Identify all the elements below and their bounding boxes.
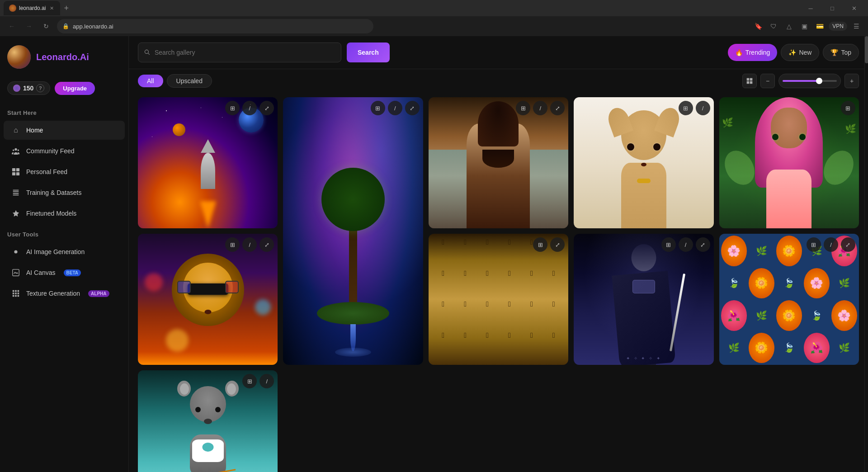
- tab-bar: leonardo.ai ✕ + ─ □ ✕: [0, 0, 868, 16]
- sidebar-item-ai-image-gen[interactable]: AI Image Generation: [4, 242, 125, 261]
- credits-row: 150 ? Upgrade: [0, 78, 128, 102]
- tab-title: leonardo.ai: [19, 5, 46, 11]
- reload-btn[interactable]: ↻: [40, 20, 52, 33]
- sidebar-item-finetuned-models[interactable]: Finetuned Models: [4, 204, 125, 223]
- gallery-card-koala[interactable]: ⊞ /: [138, 370, 278, 472]
- gallery-card-flower-pattern[interactable]: 🌸 🌿 🌼 🌿 🌺 🍃 🌼 🍃 🌸 🌿 🌺 🌿: [719, 234, 859, 365]
- top-btn[interactable]: 🏆 Top: [823, 44, 859, 61]
- sidebar-item-training-datasets[interactable]: Training & Datasets: [4, 183, 125, 202]
- card-action-edit[interactable]: /: [388, 101, 402, 115]
- scrollbar-track[interactable]: [864, 36, 868, 472]
- card-overlay: ⊞ / ⤢: [661, 237, 710, 252]
- zoom-slider[interactable]: [783, 80, 837, 82]
- forward-btn[interactable]: →: [23, 20, 35, 33]
- scrollbar-thumb[interactable]: [865, 36, 868, 63]
- gallery-card-warrior[interactable]: ✦ ✧ ✦ ✧ ✦ ⊞ / ⤢: [574, 234, 713, 365]
- card-action-edit[interactable]: /: [824, 237, 838, 252]
- extension-btn[interactable]: 🛡: [767, 20, 780, 33]
- card-overlay: ⊞ / ⤢: [516, 101, 565, 115]
- gallery-card-fairy-woman[interactable]: 🌿 🌿 ⊞: [719, 97, 859, 228]
- card-action-grid[interactable]: ⊞: [807, 237, 821, 252]
- sidebar-item-community-feed[interactable]: Community Feed: [4, 142, 125, 160]
- sidebar-item-label: Home: [26, 127, 43, 134]
- grid-view-btn[interactable]: [742, 74, 757, 88]
- sidebar-toggle[interactable]: ▣: [798, 20, 811, 33]
- card-action-expand[interactable]: ⤢: [550, 101, 565, 115]
- svg-rect-7: [747, 78, 750, 81]
- search-input[interactable]: [155, 49, 335, 56]
- sidebar-item-texture-gen[interactable]: Texture Generation ALPHA: [4, 284, 125, 303]
- upgrade-button[interactable]: Upgrade: [55, 82, 95, 95]
- search-button[interactable]: Search: [347, 42, 390, 62]
- close-btn[interactable]: ✕: [844, 1, 864, 15]
- restore-btn[interactable]: □: [822, 1, 843, 15]
- zoom-in-btn[interactable]: +: [844, 74, 859, 88]
- browser-chrome: leonardo.ai ✕ + ─ □ ✕ ← → ↻ 🔒 app.leonar…: [0, 0, 868, 36]
- help-icon[interactable]: ?: [36, 84, 44, 92]
- minimize-btn[interactable]: ─: [800, 1, 821, 15]
- gallery-card-chihuahua[interactable]: ⊞ /: [574, 97, 713, 228]
- back-btn[interactable]: ←: [5, 20, 18, 33]
- new-tab-btn[interactable]: +: [64, 4, 69, 13]
- tabs-row: All Upscaled − +: [129, 69, 868, 93]
- alpha-badge: ALPHA: [88, 290, 109, 297]
- gallery-card-lion-sunglasses[interactable]: ⊞ / ⤢: [138, 234, 278, 365]
- search-input-wrap[interactable]: [138, 42, 341, 62]
- card-action-grid[interactable]: ⊞: [516, 101, 530, 115]
- lock-icon: 🔒: [62, 23, 69, 29]
- sidebar-item-label: AI Image Generation: [26, 248, 85, 255]
- trending-btn[interactable]: 🔥 Trending: [728, 44, 778, 61]
- address-bar[interactable]: 🔒 app.leonardo.ai: [57, 19, 373, 33]
- card-action-grid[interactable]: ⊞: [225, 101, 240, 115]
- gallery-card-mystical-tree[interactable]: ⊞ / ⤢: [283, 97, 423, 365]
- card-action-expand[interactable]: ⤢: [841, 237, 855, 252]
- sidebar-item-label: Texture Generation: [26, 290, 80, 297]
- bookmark-btn[interactable]: 🔖: [752, 20, 764, 33]
- card-action-expand[interactable]: ⤢: [259, 237, 274, 252]
- card-action-grid[interactable]: ⊞: [371, 101, 385, 115]
- card-action-expand[interactable]: ⤢: [405, 101, 420, 115]
- wallet-btn[interactable]: 💳: [813, 20, 826, 33]
- gallery-card-space-rocket[interactable]: ⊞ / ⤢: [138, 97, 278, 228]
- card-action-grid[interactable]: ⊞: [661, 237, 676, 252]
- sidebar-item-home[interactable]: ⌂ Home: [4, 121, 125, 140]
- sidebar-item-personal-feed[interactable]: Personal Feed: [4, 162, 125, 181]
- vpn-badge[interactable]: VPN: [829, 22, 847, 31]
- card-action-edit[interactable]: /: [242, 101, 257, 115]
- card-action-edit[interactable]: /: [259, 374, 274, 388]
- card-action-expand[interactable]: ⤢: [550, 237, 565, 252]
- card-action-grid[interactable]: ⊞: [679, 101, 693, 115]
- tab-close-btn[interactable]: ✕: [48, 5, 55, 11]
- card-action-edit[interactable]: /: [533, 101, 547, 115]
- new-icon: ✨: [788, 49, 796, 56]
- card-action-expand[interactable]: ⤢: [259, 101, 274, 115]
- grid-controls: − +: [742, 74, 859, 88]
- card-action-grid[interactable]: ⊞: [225, 237, 240, 252]
- card-action-edit[interactable]: /: [696, 101, 710, 115]
- zoom-slider-wrap: [778, 74, 841, 88]
- sidebar-item-ai-canvas[interactable]: AI Canvas BETA: [4, 263, 125, 282]
- card-action-edit[interactable]: /: [242, 237, 257, 252]
- zoom-out-btn[interactable]: −: [760, 74, 775, 88]
- profile-btn[interactable]: △: [783, 20, 795, 33]
- tab-all[interactable]: All: [138, 75, 163, 87]
- svg-rect-0: [12, 168, 15, 171]
- top-icon: 🏆: [830, 49, 838, 56]
- card-overlay: ⊞ / ⤢: [225, 101, 274, 115]
- card-action-grid[interactable]: ⊞: [533, 237, 547, 252]
- active-tab[interactable]: leonardo.ai ✕: [4, 1, 60, 15]
- card-action-edit[interactable]: /: [679, 237, 693, 252]
- card-action-grid[interactable]: ⊞: [841, 101, 855, 115]
- card-action-grid[interactable]: ⊞: [242, 374, 257, 388]
- new-btn[interactable]: ✨ New: [781, 44, 819, 61]
- gallery-card-woman-portrait[interactable]: ⊞ / ⤢: [429, 97, 568, 228]
- card-action-expand[interactable]: ⤢: [696, 237, 710, 252]
- card-overlay: ⊞ /: [679, 101, 710, 115]
- browser-actions: 🔖 🛡 △ ▣ 💳 VPN ☰: [752, 20, 863, 33]
- card-overlay: ⊞ / ⤢: [225, 237, 274, 252]
- gallery-card-egypt[interactable]: 𓀀 𓂀 𓃀 𓄀 𓅀 𓆀 𓆐 𓇁 𓇌 𓇾 𓈖: [429, 234, 568, 365]
- training-icon: [11, 188, 21, 198]
- tab-upscaled[interactable]: Upscaled: [167, 74, 212, 88]
- texture-icon: [11, 288, 21, 298]
- menu-btn[interactable]: ☰: [850, 20, 863, 33]
